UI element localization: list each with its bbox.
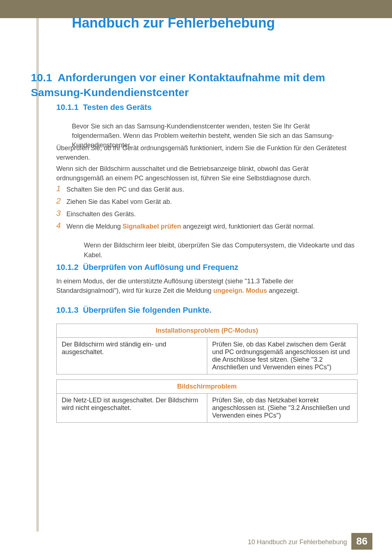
- list-number: 1: [56, 184, 66, 193]
- subsection-number: 10.1.3: [56, 305, 78, 315]
- body-paragraph: Wenn sich der Bildschirm ausschaltet und…: [56, 164, 358, 183]
- subsection-title: Überprüfen Sie folgenden Punkte.: [83, 305, 211, 315]
- list-item: 1 Schalten Sie den PC und das Gerät aus.: [56, 184, 358, 194]
- list-text: Ziehen Sie das Kabel vom Gerät ab.: [66, 196, 358, 206]
- table-row: Der Bildschirm wird ständig ein- und aus…: [57, 338, 358, 374]
- subsection-heading: 10.1.3 Überprüfen Sie folgenden Punkte.: [56, 305, 212, 315]
- emphasis-text: Signalkabel prüfen: [123, 223, 181, 230]
- subsection-heading: 10.1.2 Überprüfen von Auflösung und Freq…: [56, 263, 238, 272]
- table-cell-problem: Die Netz-LED ist ausgeschaltet. Der Bild…: [57, 394, 207, 423]
- para-text-post: angezeigt.: [267, 287, 299, 294]
- list-text-pre: Wenn die Meldung: [66, 223, 123, 230]
- section-heading: 10.1 Anforderungen vor einer Kontaktaufn…: [31, 70, 354, 100]
- subsection-heading: 10.1.1 Testen des Geräts: [56, 103, 152, 112]
- table-cell-problem: Der Bildschirm wird ständig ein- und aus…: [57, 338, 207, 374]
- subsection-title: Testen des Geräts: [83, 103, 151, 112]
- table-cell-solution: Prüfen Sie, ob das Netzkabel korrekt ang…: [207, 394, 358, 423]
- section-number: 10.1: [31, 71, 52, 83]
- page-number: 86: [351, 533, 372, 550]
- emphasis-text: ungeeign. Modus: [213, 287, 267, 294]
- list-number: 4: [56, 221, 66, 230]
- body-paragraph: In einem Modus, der die unterstützte Auf…: [56, 276, 358, 295]
- table-cell-solution: Prüfen Sie, ob das Kabel zwischen dem Ge…: [207, 338, 358, 374]
- page-root: Handbuch zur Fehlerbehebung 10.1 Anforde…: [0, 0, 392, 554]
- list-item: 4 Wenn die Meldung Signalkabel prüfen an…: [56, 221, 358, 231]
- chapter-title: Handbuch zur Fehlerbehebung: [72, 15, 275, 31]
- list-text-post: angezeigt wird, funktioniert das Gerät n…: [181, 223, 315, 230]
- footer-chapter-label: 10 Handbuch zur Fehlerbehebung: [248, 538, 347, 546]
- list-text: Einschalten des Geräts.: [66, 209, 358, 219]
- step-note: Wenn der Bildschirm leer bleibt, überprü…: [84, 241, 358, 260]
- list-number: 2: [56, 196, 66, 206]
- subsection-number: 10.1.2: [56, 263, 78, 272]
- list-number: 3: [56, 209, 66, 218]
- list-text: Wenn die Meldung Signalkabel prüfen ange…: [66, 221, 358, 231]
- troubleshoot-table: Installationsproblem (PC-Modus) Der Bild…: [56, 324, 358, 374]
- troubleshoot-table: Bildschirmproblem Die Netz-LED ist ausge…: [56, 379, 358, 423]
- section-title: Anforderungen vor einer Kontaktaufnahme …: [31, 71, 325, 98]
- list-text: Schalten Sie den PC und das Gerät aus.: [66, 184, 358, 194]
- list-item: 2 Ziehen Sie das Kabel vom Gerät ab.: [56, 196, 358, 206]
- ordered-steps: 1 Schalten Sie den PC und das Gerät aus.…: [56, 184, 358, 260]
- table-row: Die Netz-LED ist ausgeschaltet. Der Bild…: [57, 394, 358, 423]
- subsection-title: Überprüfen von Auflösung und Frequenz: [83, 263, 238, 272]
- subsection-number: 10.1.1: [56, 103, 78, 112]
- list-item: 3 Einschalten des Geräts.: [56, 209, 358, 219]
- body-paragraph: Überprüfen Sie, ob Ihr Gerät ordnungsgem…: [56, 143, 358, 162]
- table-header: Bildschirmproblem: [57, 380, 358, 394]
- table-header: Installationsproblem (PC-Modus): [57, 324, 358, 338]
- footer: 10 Handbuch zur Fehlerbehebung 86: [0, 532, 392, 554]
